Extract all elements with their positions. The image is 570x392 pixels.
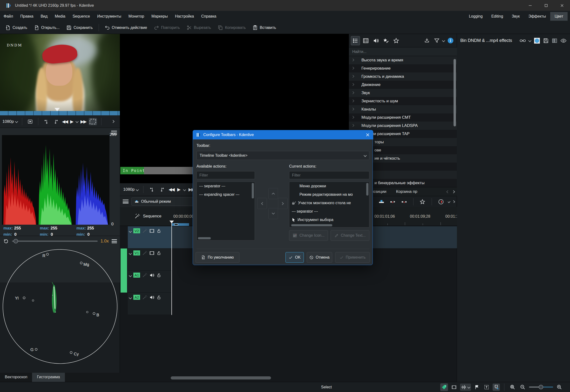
project-resolution-select[interactable]: 1080p bbox=[123, 187, 138, 192]
save-button[interactable]: Сохранить bbox=[63, 23, 96, 32]
expand-chevron-icon[interactable] bbox=[351, 58, 354, 61]
track-badge[interactable]: A2 bbox=[133, 295, 140, 300]
tag-filter-button[interactable] bbox=[440, 383, 448, 391]
expand-chevron-icon[interactable] bbox=[351, 91, 354, 94]
menu-edit[interactable]: Правка bbox=[17, 12, 37, 21]
track-badge[interactable]: V2 bbox=[133, 228, 140, 233]
video-effects-filter-icon[interactable] bbox=[361, 36, 370, 45]
defaults-button[interactable]: По умолчанию bbox=[195, 252, 240, 263]
tab-vectorscope[interactable]: Вектороскоп bbox=[0, 373, 32, 383]
menu-tools[interactable]: Инструменты bbox=[93, 12, 125, 21]
timeline-zoom-slider[interactable] bbox=[529, 386, 553, 388]
workspace-effects[interactable]: Эффекты bbox=[524, 12, 550, 21]
workspace-audio[interactable]: Звук bbox=[508, 12, 524, 21]
audio-thumbnails-button[interactable] bbox=[460, 384, 471, 391]
list-item[interactable]: Режим редактирования на мо bbox=[289, 190, 369, 199]
menu-settings[interactable]: Настройка bbox=[171, 12, 198, 21]
dialog-titlebar[interactable]: Configure Toolbars - Kdenlive bbox=[193, 130, 373, 140]
tab-project-bin[interactable]: Корзина пр bbox=[391, 187, 422, 196]
effect-category[interactable]: Модули расширения LADSPA bbox=[349, 122, 457, 130]
toolbar-select[interactable]: Timeline Toolbar <kdenlive> bbox=[196, 151, 369, 160]
tab-scroll-left-icon[interactable] bbox=[446, 190, 450, 193]
rewind-button[interactable]: ◀◀ bbox=[62, 119, 68, 124]
effect-category[interactable]: Каналы bbox=[349, 105, 457, 113]
current-filter-input[interactable] bbox=[289, 171, 369, 179]
extract-zone-icon[interactable]: x bbox=[389, 198, 397, 205]
move-left-button[interactable] bbox=[257, 198, 267, 209]
effect-category[interactable]: Генерирование bbox=[349, 64, 457, 72]
expand-chevron-icon[interactable] bbox=[351, 99, 354, 102]
minimize-button[interactable] bbox=[522, 0, 538, 11]
apply-button[interactable]: Применить bbox=[335, 252, 370, 263]
ok-button[interactable]: OK bbox=[285, 252, 304, 263]
effect-category[interactable]: Высота звука и время bbox=[349, 56, 457, 64]
change-icon-button[interactable]: Change Icon... bbox=[289, 230, 328, 241]
zoom-in-icon[interactable] bbox=[555, 383, 563, 391]
mark-in-icon[interactable] bbox=[43, 118, 50, 125]
custom-effects-filter-icon[interactable] bbox=[382, 36, 390, 45]
clip-playhead-marker[interactable] bbox=[55, 108, 60, 111]
markers-flag-icon[interactable] bbox=[473, 384, 480, 391]
paste-button[interactable]: Вставить bbox=[250, 23, 279, 32]
effect-category[interactable]: Громкость и динамика bbox=[349, 72, 457, 81]
dialog-close-icon[interactable] bbox=[366, 133, 370, 137]
new-button[interactable]: Создать bbox=[2, 23, 30, 32]
play-options-chevron-icon[interactable] bbox=[75, 120, 79, 123]
track-badge[interactable]: A1 bbox=[133, 273, 140, 278]
menu-media[interactable]: Media bbox=[51, 12, 69, 21]
play-button[interactable]: ▶ bbox=[70, 119, 74, 124]
tab-histogram[interactable]: Гистограмма bbox=[32, 373, 65, 383]
menu-file[interactable]: Файл bbox=[0, 12, 17, 21]
collapse-chevron-icon[interactable] bbox=[129, 252, 132, 255]
color-swatch-icon[interactable] bbox=[534, 38, 540, 44]
menu-help[interactable]: Справка bbox=[197, 12, 220, 21]
workspace-logging[interactable]: Logging bbox=[465, 12, 487, 21]
maximize-button[interactable] bbox=[538, 0, 554, 11]
close-button[interactable] bbox=[554, 0, 570, 11]
move-up-button[interactable] bbox=[268, 188, 278, 199]
scrollbar-thumb[interactable] bbox=[198, 237, 211, 239]
current-actions-list[interactable]: Меню дорожки Режим редактирования на мо … bbox=[289, 182, 369, 227]
timeline-horizontal-scrollbar[interactable] bbox=[171, 376, 271, 379]
track-effects-wand-icon[interactable] bbox=[142, 251, 147, 256]
effect-category[interactable]: Движение bbox=[349, 81, 457, 89]
slider-handle[interactable] bbox=[539, 385, 543, 389]
zone-mode-button[interactable] bbox=[89, 118, 97, 125]
track-head-a2[interactable]: A2 bbox=[128, 293, 172, 314]
title-clip-icon[interactable] bbox=[483, 384, 490, 391]
effect-category[interactable]: Модули расширения CMT bbox=[349, 113, 457, 122]
effects-list-view-button[interactable] bbox=[351, 36, 360, 45]
timeline-menu-icon[interactable] bbox=[123, 200, 129, 203]
scrollbar-thumb[interactable] bbox=[366, 183, 368, 196]
zone-handle[interactable] bbox=[174, 224, 178, 226]
split-compare-icon[interactable] bbox=[552, 38, 557, 43]
menu-sequence[interactable]: Sequence bbox=[69, 12, 93, 21]
favorite-effects-icon[interactable] bbox=[392, 36, 401, 45]
open-button[interactable]: Открыть... bbox=[31, 23, 62, 32]
timeline-playhead-line[interactable] bbox=[171, 222, 172, 315]
scrollbar-thumb[interactable] bbox=[453, 59, 456, 126]
scrollbar-thumb[interactable] bbox=[291, 224, 332, 226]
cancel-button[interactable]: Отмена bbox=[307, 252, 332, 263]
collapse-chevron-icon[interactable] bbox=[129, 230, 132, 233]
monitor-overlay-icon[interactable] bbox=[27, 118, 34, 125]
lock-open-icon[interactable] bbox=[156, 273, 161, 278]
mark-out-icon[interactable] bbox=[158, 186, 166, 193]
slider-handle[interactable] bbox=[14, 239, 18, 243]
list-item[interactable]: Инструмент выбора bbox=[289, 215, 369, 224]
link-icon[interactable] bbox=[520, 38, 526, 43]
track-effects-wand-icon[interactable] bbox=[142, 295, 147, 300]
copy-button[interactable]: Копировать bbox=[215, 23, 249, 32]
track-head-v2[interactable]: V2 bbox=[128, 226, 172, 248]
list-item[interactable]: Участок монтажного стола не bbox=[289, 199, 369, 207]
move-right-button[interactable] bbox=[278, 198, 288, 209]
track-head-a1[interactable]: A1 bbox=[128, 271, 172, 292]
clip-monitor-scrubber[interactable] bbox=[0, 111, 120, 115]
thumbnails-toggle-icon[interactable] bbox=[450, 384, 458, 391]
eye-icon[interactable] bbox=[560, 38, 567, 43]
expand-chevron-icon[interactable] bbox=[351, 116, 354, 118]
available-actions-list[interactable]: --- separator --- --- expanding spacer -… bbox=[196, 182, 255, 240]
list-item[interactable]: --- separator --- bbox=[197, 182, 255, 190]
effects-scrollbar[interactable] bbox=[453, 57, 456, 186]
lift-zone-icon[interactable]: x bbox=[400, 198, 408, 205]
